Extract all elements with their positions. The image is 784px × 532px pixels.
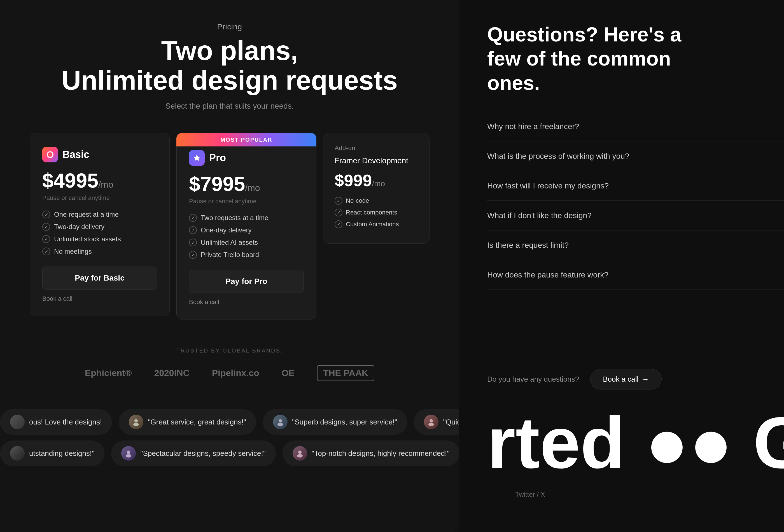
pro-cancel-text: Pause or cancel anytime [189, 198, 304, 205]
pro-price-period: /mo [245, 183, 260, 193]
basic-plan-icon [42, 147, 58, 162]
pro-plan-header: Pro [189, 150, 304, 166]
basic-cancel-text: Pause or cancel anytime [42, 194, 157, 202]
pricing-label: Pricing [62, 22, 398, 31]
svg-point-11 [126, 454, 131, 457]
addon-label: Add-on [335, 144, 418, 152]
faq-question-1: Why not hire a freelancer? [487, 122, 579, 131]
faq-item-5[interactable]: Is there a request limit? ⌄ [487, 230, 784, 260]
logo-pipelinx: Pipelinx.co [212, 368, 259, 378]
testimonial-2: "Great service, great designs!" [119, 409, 256, 435]
pay-basic-button[interactable]: Pay for Basic [42, 267, 157, 289]
pricing-title: Two plans,Unlimited design requests [62, 36, 398, 95]
svg-point-6 [279, 419, 282, 422]
pricing-subtitle: Select the plan that suits your needs. [62, 102, 398, 111]
avatar-1 [10, 415, 25, 429]
basic-price-amount: $4995 [42, 169, 98, 192]
pro-plan-card: MOST POPULAR Pro $7995/mo Pause or cance… [176, 133, 316, 319]
faq-item-6[interactable]: How does the pause feature work? ⌄ [487, 260, 784, 290]
avatar-6 [121, 446, 136, 460]
pro-plan-name: Pro [209, 152, 226, 164]
faq-item-2[interactable]: What is the process of working with you?… [487, 141, 784, 171]
book-call-label: Book a call [603, 375, 638, 384]
testimonial-text-5: utstanding designs!" [29, 449, 94, 458]
faq-list: Why not hire a freelancer? ⌄ What is the… [487, 112, 784, 352]
testimonial-7: "Top-notch designs, highly recommended!" [282, 441, 459, 466]
faq-question-4: What if I don't like the design? [487, 211, 592, 220]
pro-feature-2: ✓One-day delivery [189, 226, 304, 234]
arrow-right-icon: → [642, 375, 649, 384]
avatar-7 [292, 446, 307, 460]
addon-price: $999/mo [335, 171, 418, 190]
pro-check-icon-1: ✓ [189, 214, 197, 222]
big-text-section: rted ●● Get [487, 406, 784, 479]
addon-price-amount: $999 [335, 171, 372, 190]
testimonials-section: ous! Love the designs! "Great service, g… [0, 409, 459, 472]
faq-item-4[interactable]: What if I don't like the design? ⌄ [487, 201, 784, 230]
svg-point-5 [133, 423, 139, 426]
basic-plan-name: Basic [62, 149, 89, 161]
pro-features-list: ✓Two requests at a time ✓One-day deliver… [189, 214, 304, 259]
trusted-logos: Ephicient® 2020INC Pipelinx.co OE THE PA… [22, 365, 437, 381]
footer-social-link[interactable]: Twitter / X [515, 491, 545, 498]
faq-question-6: How does the pause feature work? [487, 271, 609, 279]
testimonial-3: "Superb designs, super service!" [263, 409, 407, 435]
faq-cta-text: Do you have any questions? [487, 375, 579, 384]
pro-feature-1: ✓Two requests at a time [189, 214, 304, 222]
logo-2020inc: 2020INC [154, 368, 189, 378]
testimonials-row-1: ous! Love the designs! "Great service, g… [0, 409, 459, 441]
pay-pro-button[interactable]: Pay for Pro [189, 270, 304, 293]
addon-feature-1: ✓No-code [335, 197, 418, 205]
addon-title: Framer Development [335, 156, 418, 165]
pro-book-call-link[interactable]: Book a call [189, 299, 219, 306]
testimonial-1: ous! Love the designs! [0, 409, 112, 435]
pro-feature-3: ✓Unlimited AI assets [189, 239, 304, 246]
svg-point-12 [298, 450, 302, 454]
footer: Twitter / X hello@tuono.com [487, 479, 784, 510]
testimonial-text-4: "Quick [443, 418, 459, 426]
basic-feature-3: ✓Unlimited stock assets [42, 235, 157, 243]
avatar-5 [10, 446, 25, 460]
testimonial-6: "Spectacular designs, speedy service!" [111, 441, 276, 466]
trusted-label: TRUSTED BY GLOBAL BRANDS. [22, 347, 437, 354]
testimonial-text-3: "Superb designs, super service!" [292, 418, 397, 426]
basic-plan-header: Basic [42, 147, 157, 162]
svg-point-4 [134, 419, 138, 422]
basic-feature-1: ✓One request at a time [42, 211, 157, 218]
logo-oe: OE [282, 368, 295, 378]
addon-card: Add-on Framer Development $999/mo ✓No-co… [323, 133, 429, 244]
testimonial-5: utstanding designs!" [0, 441, 105, 466]
pro-plan-icon [189, 150, 205, 166]
faq-question-5: Is there a request limit? [487, 241, 569, 250]
pro-check-icon-2: ✓ [189, 226, 197, 234]
faq-cta: Do you have any questions? Book a call → [487, 369, 784, 390]
left-panel: Pricing Two plans,Unlimited design reque… [0, 0, 459, 532]
testimonial-text-2: "Great service, great designs!" [148, 418, 246, 426]
pro-feature-4: ✓Private Trello board [189, 251, 304, 259]
addon-check-1: ✓ [335, 197, 342, 205]
check-icon-1: ✓ [42, 211, 50, 218]
pro-price-amount: $7995 [189, 173, 245, 195]
pro-check-icon-3: ✓ [189, 239, 197, 246]
check-icon-2: ✓ [42, 223, 50, 231]
basic-plan-price: $4995/mo [42, 169, 157, 192]
addon-price-period: /mo [372, 179, 385, 188]
pro-check-icon-4: ✓ [189, 251, 197, 259]
faq-item-3[interactable]: How fast will I receive my designs? ⌄ [487, 171, 784, 201]
svg-point-8 [429, 419, 433, 422]
plans-container: Basic $4995/mo Pause or cancel anytime ✓… [7, 133, 452, 319]
svg-point-10 [127, 450, 130, 454]
basic-book-call-link[interactable]: Book a call [42, 295, 73, 302]
basic-price-period: /mo [98, 179, 113, 190]
check-icon-3: ✓ [42, 235, 50, 243]
faq-item-1[interactable]: Why not hire a freelancer? ⌄ [487, 112, 784, 141]
svg-marker-3 [194, 155, 200, 161]
svg-point-2 [49, 153, 51, 156]
faq-question-2: What is the process of working with you? [487, 152, 629, 161]
avatar-2 [129, 415, 143, 429]
addon-feature-2: ✓React components [335, 208, 418, 217]
avatar-4 [424, 415, 439, 429]
big-text: rted ●● Get [487, 406, 784, 479]
faq-question-3: How fast will I receive my designs? [487, 181, 609, 190]
book-call-button[interactable]: Book a call → [590, 369, 662, 390]
